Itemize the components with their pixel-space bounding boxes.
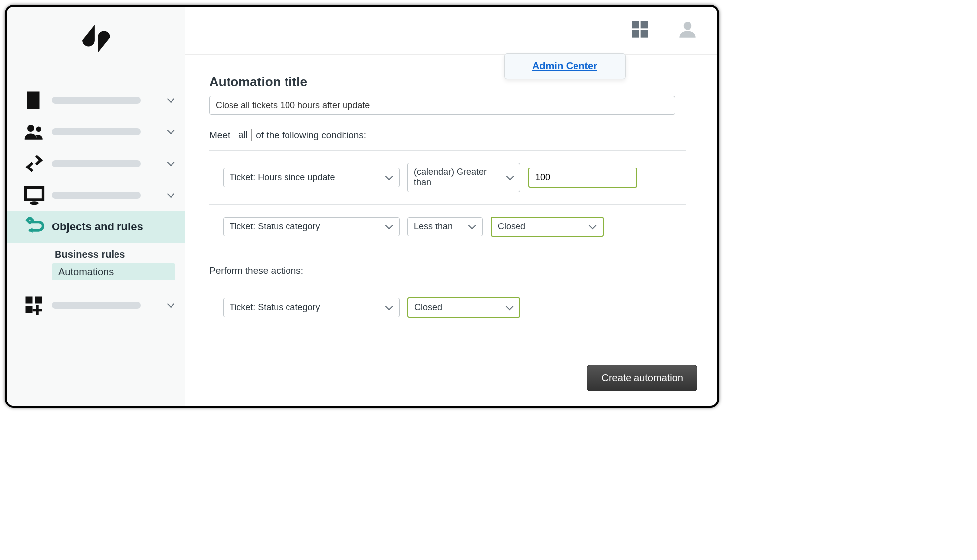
- select-value: Closed: [414, 302, 442, 313]
- svg-point-3: [36, 127, 42, 132]
- cond-prefix: Meet: [209, 130, 230, 141]
- action-field-select[interactable]: Ticket: Status category: [223, 298, 400, 317]
- conditions-header: Meet all of the following conditions:: [209, 129, 686, 141]
- condition-operator-select[interactable]: (calendar) Greater than: [407, 163, 520, 192]
- condition-value-input[interactable]: [528, 168, 637, 188]
- condition-value-select[interactable]: Closed: [491, 217, 604, 237]
- automation-title-input[interactable]: [209, 96, 675, 115]
- building-icon: [24, 90, 52, 111]
- svg-point-4: [30, 201, 39, 205]
- main-area: Admin Center Automation title Meet all o…: [185, 7, 717, 406]
- chevron-down-icon: [506, 302, 514, 313]
- svg-rect-8: [632, 21, 639, 28]
- sidebar-item-apps[interactable]: [7, 289, 185, 321]
- svg-point-12: [684, 22, 692, 30]
- workflow-icon: [24, 217, 52, 237]
- sidebar: Objects and rules Business rules Automat…: [7, 7, 185, 406]
- automation-title-label: Automation title: [209, 74, 686, 90]
- select-value: Less than: [414, 222, 453, 232]
- create-automation-button[interactable]: Create automation: [587, 365, 697, 391]
- action-row: Ticket: Status category Closed: [209, 285, 686, 330]
- zendesk-logo-icon: [81, 23, 112, 56]
- select-value: Closed: [498, 222, 525, 232]
- chevron-down-icon: [167, 191, 175, 200]
- condition-operator-select[interactable]: Less than: [407, 217, 483, 236]
- cond-suffix: of the following conditions:: [256, 130, 366, 141]
- content-area: Automation title Meet all of the followi…: [185, 55, 717, 365]
- sidebar-subnav: Business rules Automations: [7, 243, 185, 289]
- footer: Create automation: [185, 365, 717, 406]
- people-icon: [24, 121, 52, 142]
- svg-rect-11: [641, 30, 648, 38]
- nav-placeholder: [52, 192, 141, 199]
- chevron-down-icon: [385, 222, 393, 232]
- sidebar-item-channels[interactable]: [7, 148, 185, 179]
- condition-field-select[interactable]: Ticket: Hours since update: [223, 168, 400, 187]
- svg-rect-6: [35, 297, 42, 304]
- nav-placeholder: [52, 302, 141, 309]
- monitor-icon: [24, 185, 52, 206]
- select-value: Ticket: Hours since update: [230, 172, 335, 183]
- svg-rect-9: [641, 21, 648, 28]
- conditions-list: Ticket: Hours since update (calendar) Gr…: [209, 150, 686, 249]
- apps-grid-icon[interactable]: [630, 19, 650, 41]
- sidebar-item-objects-rules[interactable]: Objects and rules: [7, 211, 185, 243]
- nav-placeholder: [52, 97, 141, 104]
- chevron-down-icon: [167, 96, 175, 105]
- actions-list: Ticket: Status category Closed: [209, 285, 686, 330]
- nav-placeholder: [52, 160, 141, 167]
- svg-rect-7: [26, 306, 33, 313]
- select-value: Ticket: Status category: [230, 302, 320, 313]
- svg-point-2: [27, 125, 34, 132]
- subnav-automations[interactable]: Automations: [52, 263, 175, 280]
- condition-field-select[interactable]: Ticket: Status category: [223, 217, 400, 236]
- svg-marker-1: [98, 37, 110, 52]
- actions-header: Perform these actions:: [209, 265, 686, 276]
- apps-plus-icon: [24, 295, 52, 316]
- svg-rect-5: [26, 297, 33, 304]
- chevron-down-icon: [385, 302, 393, 313]
- chevron-down-icon: [506, 172, 514, 183]
- logo-area: [7, 7, 185, 72]
- subnav-business-rules[interactable]: Business rules: [7, 246, 185, 263]
- chevron-down-icon: [167, 159, 175, 168]
- chevron-down-icon: [589, 222, 597, 232]
- action-value-select[interactable]: Closed: [407, 297, 520, 318]
- app-frame: Objects and rules Business rules Automat…: [5, 5, 719, 408]
- select-value: (calendar) Greater than: [414, 167, 506, 188]
- chevron-down-icon: [468, 222, 476, 232]
- sidebar-item-account[interactable]: [7, 84, 185, 116]
- condition-row: Ticket: Status category Less than Closed: [209, 205, 686, 249]
- select-value: Ticket: Status category: [230, 222, 320, 232]
- sidebar-item-workspaces[interactable]: [7, 179, 185, 211]
- chevron-down-icon: [167, 301, 175, 310]
- sidebar-item-people[interactable]: [7, 116, 185, 148]
- chevron-down-icon: [167, 127, 175, 136]
- condition-row: Ticket: Hours since update (calendar) Gr…: [209, 151, 686, 205]
- arrows-icon: [24, 153, 52, 174]
- svg-marker-0: [82, 25, 95, 40]
- chevron-down-icon: [385, 172, 393, 183]
- sidebar-nav: Objects and rules Business rules Automat…: [7, 72, 185, 321]
- sidebar-item-label: Objects and rules: [52, 221, 143, 233]
- svg-rect-10: [632, 30, 639, 38]
- nav-placeholder: [52, 128, 141, 135]
- user-avatar-icon[interactable]: [678, 19, 697, 41]
- topbar: [185, 7, 717, 55]
- cond-all-toggle[interactable]: all: [234, 129, 252, 141]
